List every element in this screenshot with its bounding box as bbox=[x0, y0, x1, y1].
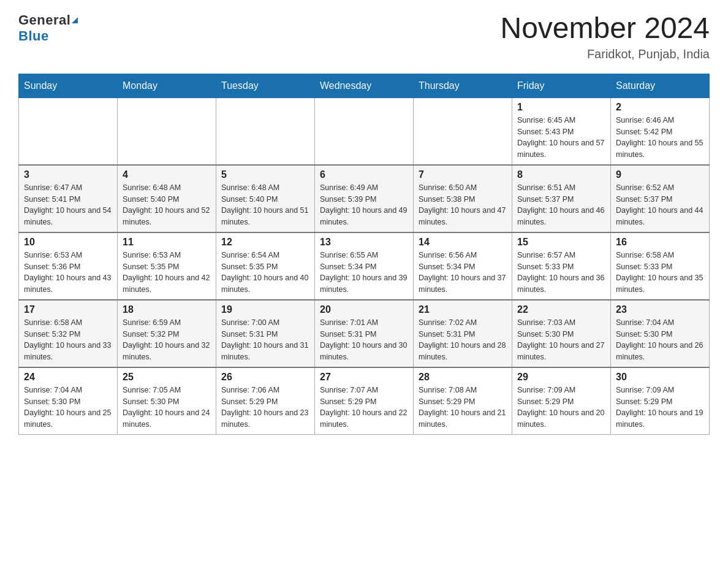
day-number: 20 bbox=[320, 304, 408, 315]
day-info: Sunrise: 7:09 AM Sunset: 5:29 PM Dayligh… bbox=[616, 385, 704, 431]
calendar-cell: 24Sunrise: 7:04 AM Sunset: 5:30 PM Dayli… bbox=[19, 367, 118, 435]
day-info: Sunrise: 7:08 AM Sunset: 5:29 PM Dayligh… bbox=[419, 385, 507, 431]
day-info: Sunrise: 7:04 AM Sunset: 5:30 PM Dayligh… bbox=[616, 317, 704, 363]
calendar-cell: 20Sunrise: 7:01 AM Sunset: 5:31 PM Dayli… bbox=[315, 300, 414, 367]
day-number: 3 bbox=[24, 169, 112, 180]
day-info: Sunrise: 6:47 AM Sunset: 5:41 PM Dayligh… bbox=[24, 182, 112, 228]
calendar-cell bbox=[414, 98, 512, 165]
day-info: Sunrise: 7:09 AM Sunset: 5:29 PM Dayligh… bbox=[517, 385, 605, 431]
calendar-cell: 22Sunrise: 7:03 AM Sunset: 5:30 PM Dayli… bbox=[512, 300, 611, 367]
day-info: Sunrise: 7:00 AM Sunset: 5:31 PM Dayligh… bbox=[221, 317, 309, 363]
day-number: 9 bbox=[616, 169, 704, 180]
calendar-cell: 11Sunrise: 6:53 AM Sunset: 5:35 PM Dayli… bbox=[118, 232, 216, 300]
calendar-cell: 13Sunrise: 6:55 AM Sunset: 5:34 PM Dayli… bbox=[315, 232, 414, 300]
calendar-body: 1Sunrise: 6:45 AM Sunset: 5:43 PM Daylig… bbox=[19, 98, 710, 434]
day-info: Sunrise: 6:56 AM Sunset: 5:34 PM Dayligh… bbox=[419, 250, 507, 296]
calendar-cell: 4Sunrise: 6:48 AM Sunset: 5:40 PM Daylig… bbox=[118, 165, 216, 232]
day-number: 10 bbox=[24, 237, 112, 248]
calendar-cell: 29Sunrise: 7:09 AM Sunset: 5:29 PM Dayli… bbox=[512, 367, 611, 435]
day-number: 26 bbox=[221, 372, 309, 383]
calendar-cell: 10Sunrise: 6:53 AM Sunset: 5:36 PM Dayli… bbox=[19, 232, 118, 300]
calendar-cell: 27Sunrise: 7:07 AM Sunset: 5:29 PM Dayli… bbox=[315, 367, 414, 435]
month-year-title: November 2024 bbox=[500, 12, 710, 45]
calendar-cell: 5Sunrise: 6:48 AM Sunset: 5:40 PM Daylig… bbox=[216, 165, 315, 232]
day-number: 14 bbox=[419, 237, 507, 248]
day-header-monday: Monday bbox=[118, 74, 216, 98]
calendar-cell: 1Sunrise: 6:45 AM Sunset: 5:43 PM Daylig… bbox=[512, 98, 611, 165]
day-number: 17 bbox=[24, 304, 112, 315]
location-subtitle: Faridkot, Punjab, India bbox=[500, 47, 710, 61]
day-number: 2 bbox=[616, 102, 704, 113]
calendar-cell: 3Sunrise: 6:47 AM Sunset: 5:41 PM Daylig… bbox=[19, 165, 118, 232]
calendar-cell: 16Sunrise: 6:58 AM Sunset: 5:33 PM Dayli… bbox=[611, 232, 710, 300]
day-number: 28 bbox=[419, 372, 507, 383]
day-info: Sunrise: 7:03 AM Sunset: 5:30 PM Dayligh… bbox=[517, 317, 605, 363]
day-number: 21 bbox=[419, 304, 507, 315]
calendar-cell: 28Sunrise: 7:08 AM Sunset: 5:29 PM Dayli… bbox=[414, 367, 512, 435]
day-number: 27 bbox=[320, 372, 408, 383]
calendar-week-2: 3Sunrise: 6:47 AM Sunset: 5:41 PM Daylig… bbox=[19, 165, 710, 232]
calendar-cell: 12Sunrise: 6:54 AM Sunset: 5:35 PM Dayli… bbox=[216, 232, 315, 300]
day-info: Sunrise: 7:07 AM Sunset: 5:29 PM Dayligh… bbox=[320, 385, 408, 431]
day-header-saturday: Saturday bbox=[611, 74, 710, 98]
calendar-cell: 6Sunrise: 6:49 AM Sunset: 5:39 PM Daylig… bbox=[315, 165, 414, 232]
calendar-cell: 26Sunrise: 7:06 AM Sunset: 5:29 PM Dayli… bbox=[216, 367, 315, 435]
calendar-cell: 23Sunrise: 7:04 AM Sunset: 5:30 PM Dayli… bbox=[611, 300, 710, 367]
calendar-cell: 21Sunrise: 7:02 AM Sunset: 5:31 PM Dayli… bbox=[414, 300, 512, 367]
calendar-cell bbox=[118, 98, 216, 165]
calendar-cell: 18Sunrise: 6:59 AM Sunset: 5:32 PM Dayli… bbox=[118, 300, 216, 367]
calendar-cell: 2Sunrise: 6:46 AM Sunset: 5:42 PM Daylig… bbox=[611, 98, 710, 165]
calendar-cell: 9Sunrise: 6:52 AM Sunset: 5:37 PM Daylig… bbox=[611, 165, 710, 232]
day-info: Sunrise: 6:52 AM Sunset: 5:37 PM Dayligh… bbox=[616, 182, 704, 228]
day-number: 6 bbox=[320, 169, 408, 180]
calendar-table: SundayMondayTuesdayWednesdayThursdayFrid… bbox=[18, 74, 710, 435]
day-number: 12 bbox=[221, 237, 309, 248]
day-info: Sunrise: 6:45 AM Sunset: 5:43 PM Dayligh… bbox=[517, 115, 605, 161]
day-number: 29 bbox=[517, 372, 605, 383]
title-block: November 2024 Faridkot, Punjab, India bbox=[500, 12, 710, 61]
day-header-wednesday: Wednesday bbox=[315, 74, 414, 98]
day-info: Sunrise: 6:55 AM Sunset: 5:34 PM Dayligh… bbox=[320, 250, 408, 296]
calendar-cell bbox=[19, 98, 118, 165]
day-info: Sunrise: 6:50 AM Sunset: 5:38 PM Dayligh… bbox=[419, 182, 507, 228]
day-info: Sunrise: 6:51 AM Sunset: 5:37 PM Dayligh… bbox=[517, 182, 605, 228]
day-number: 13 bbox=[320, 237, 408, 248]
day-number: 4 bbox=[123, 169, 211, 180]
day-info: Sunrise: 6:49 AM Sunset: 5:39 PM Dayligh… bbox=[320, 182, 408, 228]
calendar-cell bbox=[216, 98, 315, 165]
calendar-week-4: 17Sunrise: 6:58 AM Sunset: 5:32 PM Dayli… bbox=[19, 300, 710, 367]
day-info: Sunrise: 7:06 AM Sunset: 5:29 PM Dayligh… bbox=[221, 385, 309, 431]
calendar-cell: 30Sunrise: 7:09 AM Sunset: 5:29 PM Dayli… bbox=[611, 367, 710, 435]
day-number: 19 bbox=[221, 304, 309, 315]
logo-text: General bbox=[18, 12, 78, 28]
day-info: Sunrise: 6:58 AM Sunset: 5:33 PM Dayligh… bbox=[616, 250, 704, 296]
day-info: Sunrise: 6:53 AM Sunset: 5:36 PM Dayligh… bbox=[24, 250, 112, 296]
day-number: 22 bbox=[517, 304, 605, 315]
calendar-week-5: 24Sunrise: 7:04 AM Sunset: 5:30 PM Dayli… bbox=[19, 367, 710, 435]
day-info: Sunrise: 7:01 AM Sunset: 5:31 PM Dayligh… bbox=[320, 317, 408, 363]
day-info: Sunrise: 6:53 AM Sunset: 5:35 PM Dayligh… bbox=[123, 250, 211, 296]
day-number: 5 bbox=[221, 169, 309, 180]
day-info: Sunrise: 7:04 AM Sunset: 5:30 PM Dayligh… bbox=[24, 385, 112, 431]
day-number: 25 bbox=[123, 372, 211, 383]
day-header-friday: Friday bbox=[512, 74, 611, 98]
day-number: 16 bbox=[616, 237, 704, 248]
day-info: Sunrise: 6:54 AM Sunset: 5:35 PM Dayligh… bbox=[221, 250, 309, 296]
day-number: 24 bbox=[24, 372, 112, 383]
day-info: Sunrise: 6:46 AM Sunset: 5:42 PM Dayligh… bbox=[616, 115, 704, 161]
day-number: 1 bbox=[517, 102, 605, 113]
days-of-week-row: SundayMondayTuesdayWednesdayThursdayFrid… bbox=[19, 74, 710, 98]
day-number: 11 bbox=[123, 237, 211, 248]
day-number: 15 bbox=[517, 237, 605, 248]
calendar-cell: 8Sunrise: 6:51 AM Sunset: 5:37 PM Daylig… bbox=[512, 165, 611, 232]
day-header-thursday: Thursday bbox=[414, 74, 512, 98]
day-number: 8 bbox=[517, 169, 605, 180]
day-info: Sunrise: 7:02 AM Sunset: 5:31 PM Dayligh… bbox=[419, 317, 507, 363]
calendar-cell: 25Sunrise: 7:05 AM Sunset: 5:30 PM Dayli… bbox=[118, 367, 216, 435]
calendar-cell: 19Sunrise: 7:00 AM Sunset: 5:31 PM Dayli… bbox=[216, 300, 315, 367]
day-info: Sunrise: 6:48 AM Sunset: 5:40 PM Dayligh… bbox=[123, 182, 211, 228]
day-info: Sunrise: 6:59 AM Sunset: 5:32 PM Dayligh… bbox=[123, 317, 211, 363]
day-info: Sunrise: 6:58 AM Sunset: 5:32 PM Dayligh… bbox=[24, 317, 112, 363]
calendar-cell: 7Sunrise: 6:50 AM Sunset: 5:38 PM Daylig… bbox=[414, 165, 512, 232]
logo-blue: Blue bbox=[18, 28, 49, 44]
